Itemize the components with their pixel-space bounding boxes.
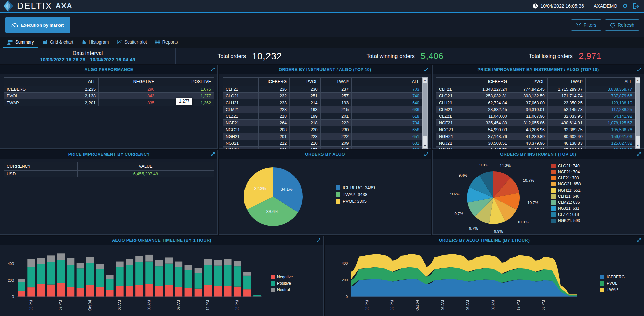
- vertical-scrollbar[interactable]: ▲ ▼: [635, 77, 640, 149]
- table-row[interactable]: NGJ21212210209631: [223, 140, 422, 147]
- table-row[interactable]: CLZ21218199201618: [223, 113, 422, 120]
- scroll-up-arrow[interactable]: ▲: [423, 78, 427, 83]
- bar-segment[interactable]: [27, 287, 35, 297]
- bar-segment[interactable]: [145, 262, 153, 284]
- scroll-down-arrow[interactable]: ▼: [636, 143, 640, 148]
- bar-segment[interactable]: [96, 287, 104, 297]
- column-header[interactable]: VALUE: [77, 162, 214, 171]
- filters-button[interactable]: Filters: [571, 19, 601, 31]
- table-row[interactable]: NGF21335,454.80312,055.86430,614.911,078…: [436, 120, 635, 126]
- bar-segment[interactable]: [204, 259, 212, 265]
- bar-segment[interactable]: [37, 284, 45, 297]
- table-row[interactable]: NGJ2130,508.5148,379.9646,138.83125,027.…: [436, 140, 635, 147]
- bar-segment[interactable]: [116, 286, 124, 297]
- bar-segment[interactable]: [243, 276, 251, 289]
- bar-segment[interactable]: [67, 265, 75, 287]
- table-row[interactable]: NGK21-8,447.707,135.8227,931.9026,620.03: [436, 147, 635, 149]
- bar-segment[interactable]: [67, 258, 75, 265]
- bar-segment[interactable]: [175, 262, 182, 267]
- bar-segment[interactable]: [77, 288, 84, 297]
- table-row[interactable]: CLM21228193215636: [223, 106, 422, 113]
- bar-segment[interactable]: [253, 295, 261, 296]
- vertical-scrollbar[interactable]: ▲ ▼: [422, 77, 428, 149]
- bar-segment[interactable]: [243, 272, 251, 276]
- bar-segment[interactable]: [126, 265, 133, 286]
- table-row[interactable]: NGH2137,148.7641,289.8980,602.40159,041.…: [436, 133, 635, 140]
- table-row[interactable]: CLF211,348,227.24774,842.451,715,289.073…: [436, 86, 635, 93]
- bar-segment[interactable]: [57, 283, 65, 297]
- gear-icon[interactable]: [622, 3, 628, 9]
- bar-segment[interactable]: [47, 285, 55, 297]
- expand-icon[interactable]: [316, 238, 321, 244]
- column-header[interactable]: [4, 78, 42, 86]
- bar-segment[interactable]: [195, 273, 202, 289]
- bar-segment[interactable]: [86, 263, 94, 285]
- tab-histogram[interactable]: Histogram: [77, 37, 113, 48]
- table-row[interactable]: ICEBERG2,2352901,075: [4, 86, 214, 93]
- bar-segment[interactable]: [27, 259, 35, 267]
- legend-item[interactable]: ICEBERG: [600, 275, 625, 279]
- bar-segment[interactable]: [155, 260, 163, 266]
- bar-segment[interactable]: [126, 286, 133, 297]
- table-row[interactable]: USD6,455,207.48: [4, 171, 214, 177]
- column-header[interactable]: ALL: [42, 78, 98, 86]
- column-header[interactable]: NEGATIVE: [98, 78, 157, 86]
- legend-item[interactable]: NGH21: 651: [551, 188, 581, 193]
- expand-icon[interactable]: [637, 152, 641, 158]
- bar-segment[interactable]: [47, 255, 55, 262]
- bar-segment[interactable]: [57, 253, 65, 260]
- bar-segment[interactable]: [37, 264, 45, 284]
- bar-segment[interactable]: [224, 286, 232, 297]
- bar-segment[interactable]: [116, 262, 124, 267]
- bar-segment[interactable]: [175, 287, 182, 297]
- scroll-down-arrow[interactable]: ▼: [423, 143, 427, 148]
- column-header[interactable]: CURRENCY: [4, 162, 78, 171]
- column-header[interactable]: POSITIVE: [157, 78, 214, 86]
- bar-segment[interactable]: [106, 275, 114, 279]
- bar-segment[interactable]: [195, 268, 202, 273]
- bar-segment[interactable]: [18, 279, 25, 282]
- table-row[interactable]: NGG21208220230658: [223, 126, 422, 133]
- table-row[interactable]: CLH2162,724.8437,063.0023,350.25123,138.…: [436, 99, 635, 106]
- scroll-thumb[interactable]: [423, 83, 427, 136]
- bar-segment[interactable]: [234, 266, 241, 286]
- bar-segment[interactable]: [165, 264, 173, 285]
- tab-grid-chart[interactable]: Grid & chart: [38, 37, 77, 48]
- column-header[interactable]: PVOL: [289, 78, 320, 86]
- legend-item[interactable]: TWAP: [600, 287, 625, 292]
- bar-segment[interactable]: [243, 289, 251, 297]
- expand-icon[interactable]: [637, 238, 641, 244]
- sign-out-icon[interactable]: [633, 3, 639, 9]
- bar-segment[interactable]: [116, 267, 124, 286]
- legend-item[interactable]: TWAP: 3438: [336, 192, 375, 197]
- bar-segment[interactable]: [214, 266, 222, 286]
- scroll-up-arrow[interactable]: ▲: [636, 78, 640, 83]
- legend-item[interactable]: CLF21: 703: [551, 176, 581, 180]
- table-row[interactable]: CLG21232251257740: [223, 93, 422, 99]
- column-header[interactable]: [436, 78, 470, 86]
- legend-item[interactable]: Neutral: [271, 287, 293, 292]
- bar-segment[interactable]: [145, 284, 153, 297]
- area-series-ICEBERG[interactable]: [351, 279, 577, 297]
- table-row[interactable]: NGG2154,990.0348,206.9692,389.75195,586.…: [436, 126, 635, 133]
- legend-item[interactable]: NGG21: 658: [551, 182, 581, 186]
- table-row[interactable]: NGF21264218222704: [223, 120, 422, 126]
- legend-item[interactable]: NGJ21: 631: [551, 206, 581, 211]
- bar-segment[interactable]: [185, 288, 192, 297]
- bar-segment[interactable]: [37, 258, 45, 264]
- legend-item[interactable]: Negative: [271, 275, 293, 279]
- legend-item[interactable]: CLM21: 636: [551, 200, 581, 205]
- bar-segment[interactable]: [126, 259, 133, 265]
- bar-segment[interactable]: [165, 285, 173, 297]
- legend-item[interactable]: ICEBERG: 3489: [336, 185, 375, 190]
- expand-icon[interactable]: [424, 67, 429, 73]
- bar-segment[interactable]: [86, 257, 94, 263]
- expand-icon[interactable]: [211, 152, 215, 158]
- legend-item[interactable]: CLG21: 740: [551, 164, 581, 168]
- tab-reports[interactable]: Reports: [151, 37, 182, 48]
- table-row[interactable]: CLG21258,032.31308,132.59171,714.74737,8…: [436, 93, 635, 99]
- bar-segment[interactable]: [145, 255, 153, 262]
- bar-segment[interactable]: [47, 262, 55, 285]
- bar-segment[interactable]: [204, 265, 212, 285]
- tab-summary[interactable]: Summary: [3, 37, 38, 48]
